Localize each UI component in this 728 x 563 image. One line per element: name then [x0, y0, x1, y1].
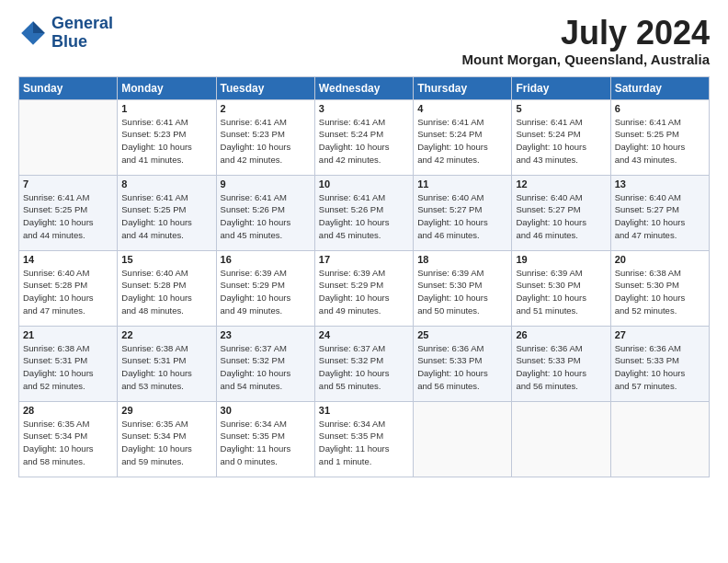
table-cell: 10Sunrise: 6:41 AMSunset: 5:26 PMDayligh… — [314, 175, 413, 250]
day-number: 6 — [615, 103, 705, 114]
table-cell: 20Sunrise: 6:38 AMSunset: 5:30 PMDayligh… — [610, 250, 709, 326]
header: General Blue July 2024 Mount Morgan, Que… — [18, 15, 710, 67]
table-cell: 26Sunrise: 6:36 AMSunset: 5:33 PMDayligh… — [512, 326, 610, 401]
col-saturday: Saturday — [610, 76, 709, 99]
day-number: 4 — [417, 103, 507, 114]
day-info: Sunrise: 6:34 AMSunset: 5:35 PMDaylight:… — [221, 418, 311, 468]
day-info: Sunrise: 6:38 AMSunset: 5:31 PMDaylight:… — [23, 342, 113, 393]
table-cell: 24Sunrise: 6:37 AMSunset: 5:32 PMDayligh… — [314, 326, 413, 401]
day-number: 14 — [23, 254, 113, 265]
table-row: 21Sunrise: 6:38 AMSunset: 5:31 PMDayligh… — [19, 326, 710, 401]
day-info: Sunrise: 6:38 AMSunset: 5:30 PMDaylight:… — [615, 267, 705, 317]
table-cell: 17Sunrise: 6:39 AMSunset: 5:29 PMDayligh… — [314, 250, 413, 326]
day-info: Sunrise: 6:36 AMSunset: 5:33 PMDaylight:… — [417, 342, 507, 393]
day-number: 10 — [319, 178, 409, 190]
day-info: Sunrise: 6:41 AMSunset: 5:25 PMDaylight:… — [23, 191, 113, 242]
table-cell — [610, 401, 709, 477]
table-cell — [414, 401, 512, 477]
table-cell: 21Sunrise: 6:38 AMSunset: 5:31 PMDayligh… — [19, 326, 118, 401]
table-row: 28Sunrise: 6:35 AMSunset: 5:34 PMDayligh… — [19, 401, 710, 477]
table-cell: 2Sunrise: 6:41 AMSunset: 5:23 PMDaylight… — [216, 99, 314, 175]
day-number: 25 — [417, 329, 507, 340]
day-info: Sunrise: 6:36 AMSunset: 5:33 PMDaylight:… — [615, 342, 705, 393]
day-info: Sunrise: 6:41 AMSunset: 5:24 PMDaylight:… — [417, 116, 507, 167]
day-number: 2 — [221, 103, 311, 114]
location: Mount Morgan, Queensland, Australia — [462, 52, 710, 67]
table-cell: 27Sunrise: 6:36 AMSunset: 5:33 PMDayligh… — [610, 326, 709, 401]
table-cell: 16Sunrise: 6:39 AMSunset: 5:29 PMDayligh… — [216, 250, 314, 326]
table-cell: 6Sunrise: 6:41 AMSunset: 5:25 PMDaylight… — [610, 99, 709, 175]
table-cell: 30Sunrise: 6:34 AMSunset: 5:35 PMDayligh… — [216, 401, 314, 477]
day-info: Sunrise: 6:34 AMSunset: 5:35 PMDaylight:… — [319, 418, 409, 468]
table-cell: 7Sunrise: 6:41 AMSunset: 5:25 PMDaylight… — [19, 175, 118, 250]
logo-line1: General — [51, 15, 113, 33]
day-number: 22 — [121, 329, 211, 340]
calendar-table: Sunday Monday Tuesday Wednesday Thursday… — [18, 76, 710, 477]
table-row: 14Sunrise: 6:40 AMSunset: 5:28 PMDayligh… — [19, 250, 710, 326]
table-cell: 11Sunrise: 6:40 AMSunset: 5:27 PMDayligh… — [414, 175, 512, 250]
day-number: 27 — [615, 329, 705, 340]
day-info: Sunrise: 6:41 AMSunset: 5:24 PMDaylight:… — [516, 116, 606, 167]
table-cell: 8Sunrise: 6:41 AMSunset: 5:25 PMDaylight… — [118, 175, 216, 250]
table-cell: 31Sunrise: 6:34 AMSunset: 5:35 PMDayligh… — [314, 401, 413, 477]
table-cell: 12Sunrise: 6:40 AMSunset: 5:27 PMDayligh… — [512, 175, 610, 250]
logo-line2: Blue — [51, 33, 113, 52]
day-number: 11 — [417, 178, 507, 190]
table-cell: 5Sunrise: 6:41 AMSunset: 5:24 PMDaylight… — [512, 99, 610, 175]
day-number: 24 — [319, 329, 409, 340]
day-info: Sunrise: 6:41 AMSunset: 5:23 PMDaylight:… — [121, 116, 211, 167]
table-cell — [19, 99, 118, 175]
day-number: 13 — [615, 178, 705, 190]
table-cell: 18Sunrise: 6:39 AMSunset: 5:30 PMDayligh… — [414, 250, 512, 326]
day-number: 29 — [121, 405, 211, 416]
day-info: Sunrise: 6:35 AMSunset: 5:34 PMDaylight:… — [121, 418, 211, 468]
day-number: 31 — [319, 405, 409, 416]
table-cell: 14Sunrise: 6:40 AMSunset: 5:28 PMDayligh… — [19, 250, 118, 326]
day-number: 7 — [23, 178, 113, 190]
logo: General Blue — [18, 15, 113, 52]
col-thursday: Thursday — [414, 76, 512, 99]
table-cell: 25Sunrise: 6:36 AMSunset: 5:33 PMDayligh… — [414, 326, 512, 401]
day-number: 23 — [221, 329, 311, 340]
day-number: 1 — [121, 103, 211, 114]
day-info: Sunrise: 6:37 AMSunset: 5:32 PMDaylight:… — [221, 342, 311, 393]
col-wednesday: Wednesday — [314, 76, 413, 99]
day-info: Sunrise: 6:39 AMSunset: 5:30 PMDaylight:… — [417, 267, 507, 317]
day-number: 30 — [221, 405, 311, 416]
table-cell — [512, 401, 610, 477]
day-info: Sunrise: 6:41 AMSunset: 5:23 PMDaylight:… — [221, 116, 311, 167]
table-cell: 23Sunrise: 6:37 AMSunset: 5:32 PMDayligh… — [216, 326, 314, 401]
logo-icon — [18, 18, 48, 48]
table-cell: 29Sunrise: 6:35 AMSunset: 5:34 PMDayligh… — [118, 401, 216, 477]
day-info: Sunrise: 6:40 AMSunset: 5:28 PMDaylight:… — [23, 267, 113, 317]
day-number: 20 — [615, 254, 705, 265]
day-info: Sunrise: 6:41 AMSunset: 5:25 PMDaylight:… — [121, 191, 211, 242]
col-friday: Friday — [512, 76, 610, 99]
table-cell: 22Sunrise: 6:38 AMSunset: 5:31 PMDayligh… — [118, 326, 216, 401]
calendar-header-row: Sunday Monday Tuesday Wednesday Thursday… — [19, 76, 710, 99]
calendar-page: General Blue July 2024 Mount Morgan, Que… — [0, 0, 728, 563]
table-cell: 4Sunrise: 6:41 AMSunset: 5:24 PMDaylight… — [414, 99, 512, 175]
table-cell: 1Sunrise: 6:41 AMSunset: 5:23 PMDaylight… — [118, 99, 216, 175]
day-info: Sunrise: 6:39 AMSunset: 5:30 PMDaylight:… — [516, 267, 606, 317]
day-number: 21 — [23, 329, 113, 340]
day-info: Sunrise: 6:37 AMSunset: 5:32 PMDaylight:… — [319, 342, 409, 393]
day-number: 19 — [516, 254, 606, 265]
table-row: 1Sunrise: 6:41 AMSunset: 5:23 PMDaylight… — [19, 99, 710, 175]
day-number: 12 — [516, 178, 606, 190]
table-cell: 3Sunrise: 6:41 AMSunset: 5:24 PMDaylight… — [314, 99, 413, 175]
day-info: Sunrise: 6:39 AMSunset: 5:29 PMDaylight:… — [221, 267, 311, 317]
month-year: July 2024 — [462, 15, 710, 52]
title-block: July 2024 Mount Morgan, Queensland, Aust… — [462, 15, 710, 67]
day-number: 5 — [516, 103, 606, 114]
table-row: 7Sunrise: 6:41 AMSunset: 5:25 PMDaylight… — [19, 175, 710, 250]
day-number: 28 — [23, 405, 113, 416]
day-info: Sunrise: 6:36 AMSunset: 5:33 PMDaylight:… — [516, 342, 606, 393]
day-number: 18 — [417, 254, 507, 265]
table-cell: 19Sunrise: 6:39 AMSunset: 5:30 PMDayligh… — [512, 250, 610, 326]
day-info: Sunrise: 6:41 AMSunset: 5:25 PMDaylight:… — [615, 116, 705, 167]
day-info: Sunrise: 6:41 AMSunset: 5:26 PMDaylight:… — [221, 191, 311, 242]
svg-marker-1 — [33, 21, 45, 33]
table-cell: 15Sunrise: 6:40 AMSunset: 5:28 PMDayligh… — [118, 250, 216, 326]
day-info: Sunrise: 6:41 AMSunset: 5:26 PMDaylight:… — [319, 191, 409, 242]
